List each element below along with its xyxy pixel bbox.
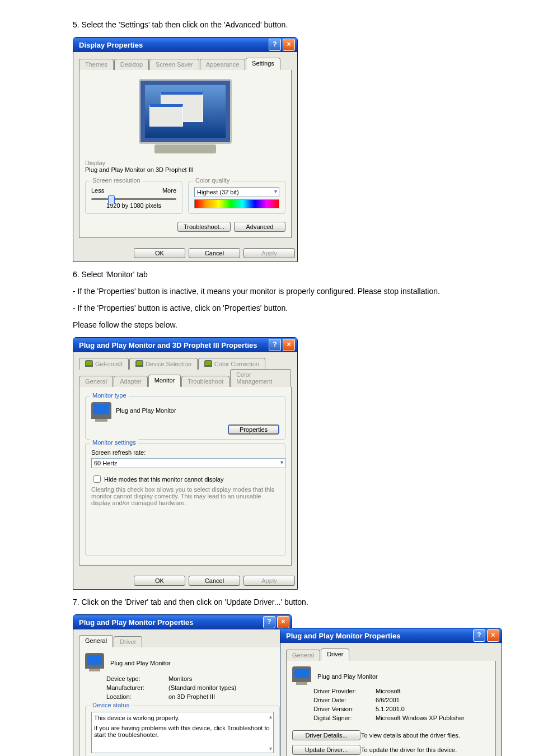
monitor-properties-titlebar: Plug and Play Monitor and 3D Prophet III… [73, 338, 297, 352]
tab-monitor[interactable]: Monitor [148, 375, 181, 387]
update-driver-button[interactable]: Update Driver... [292, 745, 360, 755]
tab-general[interactable]: General [79, 635, 113, 647]
resolution-value: 1920 by 1080 pixels [91, 202, 176, 209]
help-button[interactable]: ? [263, 616, 275, 628]
manufacturer-label: Manufacturer: [106, 683, 168, 692]
step5-text: 5. Select the 'Settings' tab then click … [73, 20, 461, 29]
close-button[interactable]: × [487, 629, 499, 642]
tab-screensaver[interactable]: Screen Saver [149, 59, 199, 70]
device-status-text: This device is working properly. [94, 715, 271, 721]
display-properties-window: Display Properties ? × Themes Desktop Sc… [73, 37, 298, 262]
step6b-text: - If the 'Properties' button is inactive… [73, 287, 461, 296]
tab-device-selection[interactable]: Device Selection [129, 358, 198, 370]
close-button[interactable]: × [283, 339, 295, 351]
driver-date-label: Driver Date: [313, 696, 375, 704]
step7-text: 7. Click on the 'Driver' tab and then cl… [73, 598, 461, 606]
monitor-settings-group: Monitor settings [90, 439, 138, 446]
pnp-driver-titlebar: Plug and Play Monitor Properties ? × [280, 628, 502, 643]
location-label: Location: [106, 692, 168, 701]
scroll-down-icon[interactable]: ▾ [269, 745, 272, 752]
location-value: on 3D Prophet III [168, 692, 237, 701]
monitor-icon [292, 666, 311, 682]
monitor-type-group: Monitor type [90, 392, 129, 399]
digital-signer-label: Digital Signer: [313, 713, 375, 722]
nvidia-icon [204, 360, 212, 367]
tab-settings[interactable]: Settings [246, 58, 280, 70]
display-properties-titlebar: Display Properties ? × [73, 38, 297, 52]
hide-modes-label: Hide modes that this monitor cannot disp… [104, 476, 223, 483]
tab-general[interactable]: General [79, 376, 113, 387]
close-button[interactable]: × [277, 616, 289, 628]
pnp-driver-title: Plug and Play Monitor Properties [286, 632, 400, 640]
ok-button[interactable]: OK [134, 576, 185, 586]
display-label: Display: [85, 160, 285, 166]
device-status-help: If you are having problems with this dev… [94, 725, 271, 738]
monitor-tabs-row1: GeForce3 Device Selection Color Correcti… [79, 358, 292, 370]
device-name: Plug and Play Monitor [317, 673, 378, 680]
advanced-button[interactable]: Advanced [234, 222, 285, 232]
more-label: More [162, 187, 176, 194]
cancel-button[interactable]: Cancel [189, 248, 240, 258]
tab-troubleshoot[interactable]: Troubleshoot [181, 376, 229, 387]
tab-geforce3[interactable]: GeForce3 [79, 358, 129, 370]
tab-driver[interactable]: Driver [114, 636, 142, 647]
driver-version-value: 5.1.2001.0 [375, 704, 465, 713]
driver-provider-label: Driver Provider: [313, 687, 375, 696]
refresh-rate-select[interactable]: 60 Hertz [91, 458, 285, 468]
color-quality-select[interactable]: Highest (32 bit) [194, 187, 279, 197]
properties-button[interactable]: Properties [228, 424, 279, 435]
tab-desktop[interactable]: Desktop [114, 59, 149, 70]
monitor-icon [91, 402, 111, 419]
apply-button[interactable]: Apply [243, 576, 295, 586]
troubleshoot-button[interactable]: Troubleshoot... [177, 222, 231, 232]
tab-driver[interactable]: Driver [321, 648, 349, 661]
display-properties-title: Display Properties [79, 41, 143, 49]
resolution-slider[interactable] [91, 198, 176, 200]
tab-color-correction[interactable]: Color Correction [198, 358, 265, 370]
apply-button[interactable]: Apply [243, 248, 295, 258]
driver-details-button[interactable]: Driver Details... [292, 730, 360, 740]
update-driver-description: To update the driver for this device. [360, 743, 490, 756]
manufacturer-value: (Standard monitor types) [168, 683, 237, 692]
help-button[interactable]: ? [473, 629, 485, 642]
display-value: Plug and Play Monitor on 3D Prophet III [85, 166, 285, 173]
nvidia-icon [135, 360, 143, 367]
ok-button[interactable]: OK [134, 248, 185, 258]
refresh-rate-label: Screen refresh rate: [91, 449, 279, 456]
tab-themes[interactable]: Themes [79, 59, 114, 70]
help-button[interactable]: ? [269, 39, 281, 51]
tab-general[interactable]: General [286, 650, 320, 661]
pnp-general-title: Plug and Play Monitor Properties [79, 618, 193, 627]
monitor-properties-title: Plug and Play Monitor and 3D Prophet III… [79, 341, 257, 349]
tab-color-management[interactable]: Color Management [230, 369, 291, 387]
monitor-type-value: Plug and Play Monitor [116, 407, 176, 414]
device-type-label: Device type: [106, 674, 168, 683]
nvidia-icon [85, 360, 93, 367]
digital-signer-value: Microsoft Windows XP Publisher [375, 713, 465, 722]
hide-modes-description: Clearing this check box allows you to se… [91, 486, 279, 506]
cancel-button[interactable]: Cancel [189, 576, 240, 586]
step6d-text: Please follow the steps below. [73, 320, 461, 329]
driver-date-value: 6/6/2001 [375, 696, 465, 704]
driver-version-label: Driver Version: [313, 704, 375, 713]
pnp-general-titlebar: Plug and Play Monitor Properties ? × [73, 615, 292, 629]
color-quality-group: Color quality [193, 177, 232, 184]
tab-adapter[interactable]: Adapter [114, 376, 148, 387]
hide-modes-checkbox[interactable] [93, 475, 101, 483]
monitor-icon [85, 653, 104, 669]
help-button[interactable]: ? [269, 339, 281, 351]
color-spectrum-icon [194, 199, 279, 208]
tab-appearance[interactable]: Appearance [200, 59, 245, 70]
step6a-text: 6. Select 'Monitor' tab [73, 270, 461, 279]
pnp-properties-general-window: Plug and Play Monitor Properties ? × Gen… [73, 614, 292, 756]
driver-details-description: To view details about the driver files. [360, 728, 490, 743]
device-type-value: Monitors [168, 674, 237, 683]
less-label: Less [91, 187, 104, 194]
scroll-up-icon[interactable]: ▴ [269, 713, 272, 720]
step6c-text: - If the 'Properties' button is active, … [73, 304, 461, 312]
close-button[interactable]: × [283, 39, 295, 51]
monitor-properties-window: Plug and Play Monitor and 3D Prophet III… [73, 337, 298, 590]
driver-provider-value: Microsoft [375, 687, 465, 696]
monitor-tabs-row2: General Adapter Monitor Troubleshoot Col… [79, 369, 292, 388]
monitor-illustration-icon [139, 79, 232, 144]
